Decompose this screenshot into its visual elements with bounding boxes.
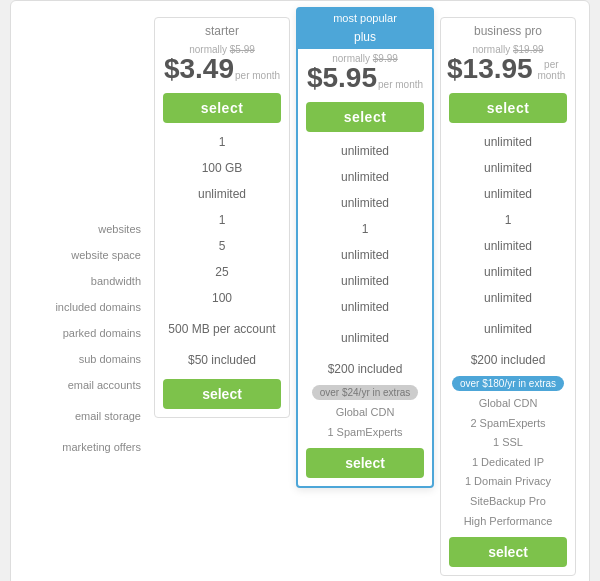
label-parked-domains: parked domains [21, 321, 151, 347]
business-pro-pricing: normally $19.99 $13.95 per month [441, 40, 575, 89]
business-pro-plan-name: business pro [441, 18, 575, 40]
plus-websites: unlimited [298, 138, 432, 164]
business-pro-price: $13.95 [447, 55, 533, 83]
starter-space: 100 GB [155, 155, 289, 181]
starter-email-storage: 500 MB per account [155, 311, 289, 347]
bp-extra-1: 2 SpamExperts [470, 414, 545, 434]
starter-select-top-button[interactable]: select [163, 93, 281, 123]
starter-email-accounts: 100 [155, 285, 289, 311]
plus-sub: unlimited [298, 268, 432, 294]
business-pro-price-main: $13.95 per month [447, 55, 569, 83]
starter-bandwidth: unlimited [155, 181, 289, 207]
plus-extra-1: 1 SpamExperts [327, 423, 402, 443]
starter-marketing: $50 included [155, 347, 289, 373]
plus-extras-badge: over $24/yr in extras [312, 385, 419, 400]
bp-extra-4: 1 Domain Privacy [465, 472, 551, 492]
label-sub-domains: sub domains [21, 347, 151, 373]
starter-price: $3.49 [164, 55, 234, 83]
bp-parked: unlimited [441, 233, 575, 259]
plus-email-storage: unlimited [298, 320, 432, 356]
business-pro-select-top-button[interactable]: select [449, 93, 567, 123]
plus-parked: unlimited [298, 242, 432, 268]
starter-plan: starter normally $5.99 $3.49 per month s… [154, 17, 290, 418]
labels-column: websites website space bandwidth include… [21, 17, 151, 461]
plus-bandwidth: unlimited [298, 190, 432, 216]
bp-extra-6: High Performance [464, 512, 553, 532]
plus-select-top-button[interactable]: select [306, 102, 424, 132]
starter-sub: 25 [155, 259, 289, 285]
plus-marketing: $200 included [298, 356, 432, 382]
pricing-table: websites website space bandwidth include… [10, 0, 590, 581]
starter-price-main: $3.49 per month [161, 55, 283, 83]
bp-email-accounts: unlimited [441, 285, 575, 311]
bp-email-storage: unlimited [441, 311, 575, 347]
plans-wrapper: websites website space bandwidth include… [21, 17, 579, 576]
starter-pricing: normally $5.99 $3.49 per month [155, 40, 289, 89]
bp-extras-badge: over $180/yr in extras [452, 376, 564, 391]
bp-sub: unlimited [441, 259, 575, 285]
starter-per: per month [235, 70, 280, 81]
plus-pricing: normally $9.99 $5.95 per month [298, 49, 432, 98]
bp-marketing: $200 included [441, 347, 575, 373]
plus-per: per month [378, 79, 423, 90]
bp-domains: 1 [441, 207, 575, 233]
plus-select-bottom-button[interactable]: select [306, 448, 424, 478]
plus-plan-name: plus [298, 25, 432, 49]
plus-badge: most popular [298, 9, 432, 25]
bp-websites: unlimited [441, 129, 575, 155]
label-website-space: website space [21, 243, 151, 269]
starter-parked: 5 [155, 233, 289, 259]
plus-plan: most popular plus normally $9.99 $5.95 p… [296, 7, 434, 488]
label-included-domains: included domains [21, 295, 151, 321]
bp-extra-0: Global CDN [479, 394, 538, 414]
bp-extra-5: SiteBackup Pro [470, 492, 546, 512]
business-pro-plan: business pro normally $19.99 $13.95 per … [440, 17, 576, 576]
label-email-accounts: email accounts [21, 373, 151, 399]
starter-select-bottom-button[interactable]: select [163, 379, 281, 409]
starter-plan-name: starter [155, 18, 289, 40]
plus-extra-0: Global CDN [336, 403, 395, 423]
label-websites: websites [21, 217, 151, 243]
bp-bandwidth: unlimited [441, 181, 575, 207]
bp-extra-2: 1 SSL [493, 433, 523, 453]
business-pro-select-bottom-button[interactable]: select [449, 537, 567, 567]
plus-email-accounts: unlimited [298, 294, 432, 320]
plus-domains: 1 [298, 216, 432, 242]
label-marketing-offers: marketing offers [21, 435, 151, 461]
business-pro-per: per month [534, 59, 569, 81]
starter-websites: 1 [155, 129, 289, 155]
bp-space: unlimited [441, 155, 575, 181]
label-email-storage: email storage [21, 399, 151, 435]
plus-space: unlimited [298, 164, 432, 190]
bp-extra-3: 1 Dedicated IP [472, 453, 544, 473]
label-bandwidth: bandwidth [21, 269, 151, 295]
plus-price-main: $5.95 per month [304, 64, 426, 92]
starter-domains: 1 [155, 207, 289, 233]
plus-price: $5.95 [307, 64, 377, 92]
